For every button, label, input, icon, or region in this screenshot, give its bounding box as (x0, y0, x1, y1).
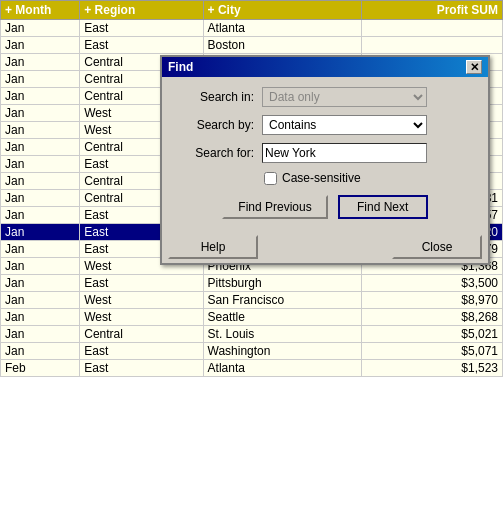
cell-profit (362, 20, 503, 37)
cell-profit: $5,071 (362, 343, 503, 360)
cell-region: East (80, 275, 203, 292)
cell-region: West (80, 309, 203, 326)
cell-profit: $8,268 (362, 309, 503, 326)
cell-city: Washington (203, 343, 362, 360)
cell-month: Jan (1, 292, 80, 309)
cell-city: San Francisco (203, 292, 362, 309)
cell-month: Jan (1, 105, 80, 122)
dialog-bottom-row: Help Close (162, 235, 488, 263)
cell-month: Jan (1, 20, 80, 37)
cell-city: Seattle (203, 309, 362, 326)
cell-month: Jan (1, 139, 80, 156)
cell-region: Central (80, 326, 203, 343)
cell-month: Jan (1, 309, 80, 326)
main-container: + Month + Region + City Profit SUM JanEa… (0, 0, 503, 508)
col-header-city[interactable]: + City (203, 1, 362, 20)
cell-region: West (80, 292, 203, 309)
search-in-row: Search in: Data only (174, 87, 476, 107)
cell-profit (362, 37, 503, 54)
table-row[interactable]: FebEastAtlanta$1,523 (1, 360, 503, 377)
case-sensitive-row: Case-sensitive (174, 171, 476, 185)
search-for-row: Search for: (174, 143, 476, 163)
cell-month: Jan (1, 343, 80, 360)
cell-region: East (80, 343, 203, 360)
search-by-select[interactable]: Contains Equals Starts with Ends with (262, 115, 427, 135)
cell-city: St. Louis (203, 326, 362, 343)
cell-month: Jan (1, 258, 80, 275)
cell-city: Boston (203, 37, 362, 54)
cell-profit: $8,970 (362, 292, 503, 309)
search-in-label: Search in: (174, 90, 254, 104)
cell-region: East (80, 37, 203, 54)
table-row[interactable]: JanCentralSt. Louis$5,021 (1, 326, 503, 343)
cell-city: Atlanta (203, 360, 362, 377)
cell-month: Jan (1, 326, 80, 343)
cell-region: East (80, 20, 203, 37)
cell-month: Jan (1, 122, 80, 139)
table-row[interactable]: JanEastAtlanta (1, 20, 503, 37)
col-header-region-label: + Region (84, 3, 135, 17)
cell-month: Jan (1, 88, 80, 105)
case-sensitive-label: Case-sensitive (282, 171, 361, 185)
col-header-region[interactable]: + Region (80, 1, 203, 20)
table-row[interactable]: JanWestSan Francisco$8,970 (1, 292, 503, 309)
find-next-button[interactable]: Find Next (338, 195, 428, 219)
find-buttons-row: Find Previous Find Next (174, 195, 476, 219)
dialog-close-icon[interactable]: ✕ (466, 60, 482, 74)
cell-city: Pittsburgh (203, 275, 362, 292)
table-row[interactable]: JanEastBoston (1, 37, 503, 54)
cell-month: Jan (1, 156, 80, 173)
search-in-select[interactable]: Data only (262, 87, 427, 107)
dialog-titlebar: Find ✕ (162, 57, 488, 77)
cell-profit: $3,500 (362, 275, 503, 292)
col-header-month-label: + Month (5, 3, 51, 17)
search-by-row: Search by: Contains Equals Starts with E… (174, 115, 476, 135)
search-for-input[interactable] (262, 143, 427, 163)
find-dialog: Find ✕ Search in: Data only Search by: C… (160, 55, 490, 265)
cell-month: Feb (1, 360, 80, 377)
search-by-label: Search by: (174, 118, 254, 132)
dialog-title: Find (168, 60, 193, 74)
cell-city: Atlanta (203, 20, 362, 37)
col-header-month[interactable]: + Month (1, 1, 80, 20)
search-for-label: Search for: (174, 146, 254, 160)
cell-month: Jan (1, 190, 80, 207)
table-row[interactable]: JanWestSeattle$8,268 (1, 309, 503, 326)
table-row[interactable]: JanEastPittsburgh$3,500 (1, 275, 503, 292)
dialog-body: Search in: Data only Search by: Contains… (162, 77, 488, 235)
table-row[interactable]: JanEastWashington$5,071 (1, 343, 503, 360)
col-header-city-label: + City (208, 3, 241, 17)
cell-month: Jan (1, 71, 80, 88)
cell-month: Jan (1, 241, 80, 258)
cell-region: East (80, 360, 203, 377)
cell-month: Jan (1, 275, 80, 292)
cell-month: Jan (1, 224, 80, 241)
col-header-profit[interactable]: Profit SUM (362, 1, 503, 20)
find-previous-button[interactable]: Find Previous (222, 195, 327, 219)
close-button[interactable]: Close (392, 235, 482, 259)
cell-profit: $1,523 (362, 360, 503, 377)
cell-profit: $5,021 (362, 326, 503, 343)
cell-month: Jan (1, 207, 80, 224)
cell-month: Jan (1, 37, 80, 54)
help-button[interactable]: Help (168, 235, 258, 259)
cell-month: Jan (1, 54, 80, 71)
case-sensitive-checkbox[interactable] (264, 172, 277, 185)
col-header-profit-label: Profit SUM (437, 3, 498, 17)
cell-month: Jan (1, 173, 80, 190)
